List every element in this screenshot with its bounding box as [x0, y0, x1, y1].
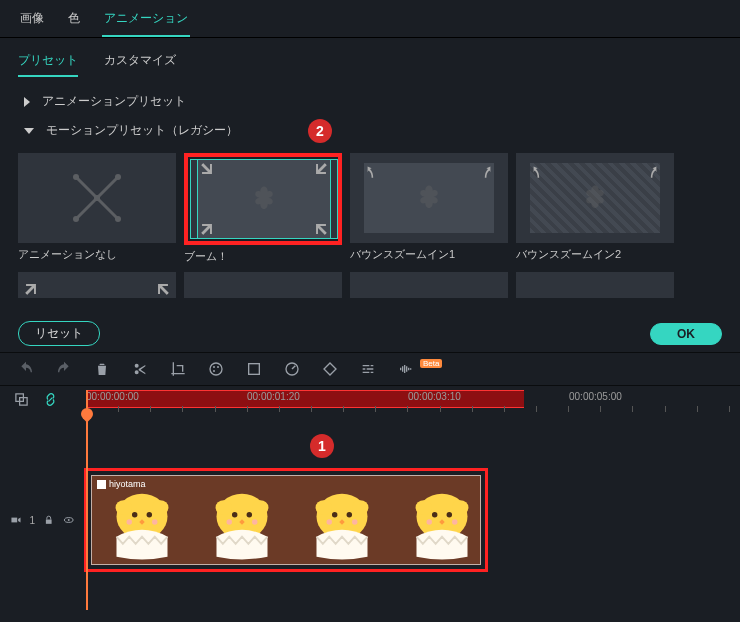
playhead[interactable]: [86, 386, 93, 420]
svg-point-31: [227, 519, 232, 524]
subtab-preset[interactable]: プリセット: [18, 52, 78, 77]
timeline-toolbar: Beta: [0, 352, 740, 386]
svg-point-42: [452, 500, 468, 515]
accordion-anim-preset[interactable]: アニメーションプリセット: [14, 87, 726, 116]
accordion-motion-preset[interactable]: モーションプリセット（レガシー）: [14, 116, 248, 145]
reset-button[interactable]: リセット: [18, 321, 100, 346]
arrow-icon: [153, 279, 173, 299]
undo-icon[interactable]: [18, 361, 34, 377]
preset-panel: アニメーションプリセット モーションプリセット（レガシー） 2 アニメーションな…: [0, 87, 740, 313]
timeline: 00:00:00:00 00:00:01:20 00:00:03:10 00:0…: [0, 386, 740, 576]
flower-icon: [580, 183, 610, 213]
svg-point-46: [452, 519, 457, 524]
svg-rect-11: [249, 364, 260, 375]
track-number: 1: [29, 515, 35, 526]
preset-bounce-1[interactable]: バウンスズームイン1: [350, 153, 508, 264]
clip-hiyotama[interactable]: hiyotama: [91, 475, 481, 565]
clip-thumbnail: [192, 476, 292, 564]
svg-point-23: [147, 512, 152, 517]
scissors-icon[interactable]: [132, 361, 148, 377]
curve-arrow-icon: [642, 165, 658, 181]
svg-rect-15: [11, 518, 17, 523]
settings-icon[interactable]: [360, 361, 376, 377]
svg-point-29: [232, 512, 237, 517]
trash-icon[interactable]: [94, 361, 110, 377]
preset-item[interactable]: [18, 272, 176, 298]
text-icon[interactable]: [246, 361, 262, 377]
preset-label: バウンスズームイン2: [516, 247, 674, 262]
timecode: 00:00:03:10: [408, 391, 461, 402]
svg-point-5: [115, 216, 121, 222]
redo-icon[interactable]: [56, 361, 72, 377]
clip-selection: hiyotama: [84, 468, 488, 572]
svg-point-28: [252, 500, 268, 515]
arrow-in-icon: [197, 219, 217, 239]
svg-point-3: [115, 174, 121, 180]
curve-arrow-icon: [476, 165, 492, 181]
svg-point-27: [216, 500, 232, 515]
inspector-tabs: 画像 色 アニメーション: [0, 0, 740, 38]
preset-label: ブーム！: [184, 249, 342, 264]
ok-button[interactable]: OK: [650, 323, 722, 345]
svg-point-18: [67, 519, 69, 521]
preset-item[interactable]: [350, 272, 508, 298]
time-ruler[interactable]: 00:00:00:00 00:00:01:20 00:00:03:10 00:0…: [0, 386, 740, 414]
audio-icon[interactable]: [398, 361, 414, 377]
tab-image[interactable]: 画像: [18, 6, 46, 37]
track-controls: 1: [10, 514, 74, 526]
motion-preset-grid: アニメーションなし ブーム！: [14, 145, 726, 298]
curve-arrow-icon: [532, 165, 548, 181]
preset-label: バウンスズームイン1: [350, 247, 508, 262]
svg-point-4: [73, 216, 79, 222]
svg-point-22: [132, 512, 137, 517]
accordion-label: アニメーションプリセット: [42, 93, 186, 110]
flower-icon: [414, 183, 444, 213]
eye-icon[interactable]: [63, 514, 74, 526]
arrow-icon: [21, 279, 41, 299]
arrow-in-icon: [311, 159, 331, 179]
subtab-customize[interactable]: カスタマイズ: [104, 52, 176, 77]
preset-boom[interactable]: ブーム！: [184, 153, 342, 264]
svg-point-20: [116, 500, 132, 515]
svg-point-30: [247, 512, 252, 517]
svg-point-44: [447, 512, 452, 517]
crop-icon[interactable]: [170, 361, 186, 377]
tab-color[interactable]: 色: [66, 6, 82, 37]
lock-icon[interactable]: [43, 514, 54, 526]
arrow-in-icon: [197, 159, 217, 179]
step-marker-1: 1: [310, 434, 334, 458]
preset-item[interactable]: [184, 272, 342, 298]
none-icon: [67, 168, 127, 228]
preset-bounce-2[interactable]: バウンスズームイン2: [516, 153, 674, 264]
flower-icon: [249, 184, 279, 214]
arrow-in-icon: [311, 219, 331, 239]
preset-item[interactable]: [516, 272, 674, 298]
clip-thumbnail: [292, 476, 392, 564]
svg-point-2: [73, 174, 79, 180]
svg-point-8: [213, 366, 215, 368]
timecode: 00:00:00:00: [86, 391, 139, 402]
keyframe-icon[interactable]: [322, 361, 338, 377]
svg-point-32: [252, 519, 257, 524]
video-track-icon[interactable]: [10, 514, 21, 526]
tab-animation[interactable]: アニメーション: [102, 6, 190, 37]
clip-thumbnail: [392, 476, 481, 564]
timecode: 00:00:05:00: [569, 391, 622, 402]
svg-point-25: [152, 519, 157, 524]
svg-point-7: [210, 363, 222, 375]
speed-icon[interactable]: [284, 361, 300, 377]
svg-point-10: [213, 370, 215, 372]
svg-point-37: [347, 512, 352, 517]
accordion-label: モーションプリセット（レガシー）: [46, 122, 238, 139]
svg-point-39: [352, 519, 357, 524]
curve-arrow-icon: [366, 165, 382, 181]
svg-point-35: [352, 500, 368, 515]
chevron-right-icon: [24, 97, 30, 107]
svg-point-41: [416, 500, 432, 515]
palette-icon[interactable]: [208, 361, 224, 377]
preset-none[interactable]: アニメーションなし: [18, 153, 176, 264]
footer-bar: リセット OK: [0, 313, 740, 352]
svg-point-6: [94, 195, 100, 201]
step-marker-2: 2: [308, 119, 332, 143]
svg-point-38: [327, 519, 332, 524]
